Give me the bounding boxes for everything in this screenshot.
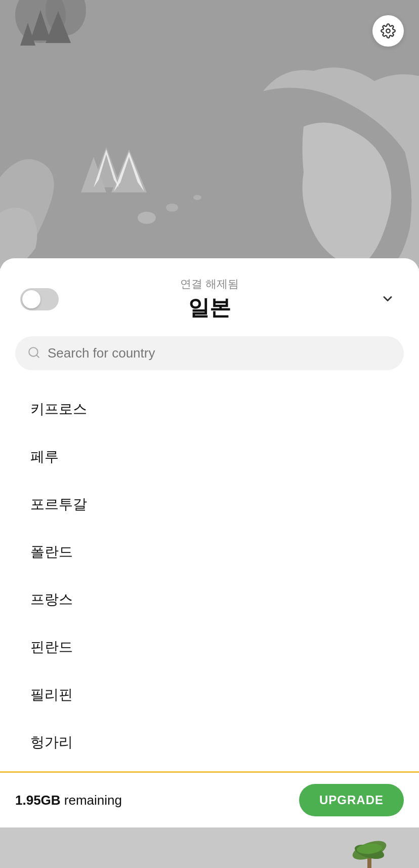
search-icon [27, 346, 40, 361]
search-wrapper[interactable] [15, 336, 404, 370]
vpn-toggle[interactable] [20, 288, 59, 310]
svg-point-13 [193, 195, 201, 200]
connection-country: 일본 [20, 294, 399, 322]
settings-button[interactable] [372, 15, 404, 47]
list-item[interactable]: 헝가리 [0, 719, 419, 766]
bottom-panel: 연결 해제됨 일본 키프로스페루포르투갈폴란드프랑스핀란드필리핀헝가리 1.9 [0, 258, 419, 827]
bottom-bar: 1.95GB remaining UPGRADE [0, 771, 419, 827]
data-remaining-label: 1.95GB remaining [15, 793, 122, 808]
list-item[interactable]: 필리핀 [0, 671, 419, 719]
upgrade-button[interactable]: UPGRADE [299, 784, 404, 816]
list-item[interactable]: 키프로스 [0, 385, 419, 433]
connection-status: 연결 해제됨 [20, 277, 399, 292]
connection-info: 연결 해제됨 일본 [20, 277, 399, 322]
connection-row: 연결 해제됨 일본 [0, 258, 419, 336]
list-item[interactable]: 핀란드 [0, 623, 419, 671]
list-item[interactable]: 프랑스 [0, 576, 419, 623]
search-container [0, 336, 419, 380]
svg-point-12 [166, 204, 178, 212]
list-item[interactable]: 포르투갈 [0, 481, 419, 528]
chevron-down-button[interactable] [376, 288, 399, 311]
data-label: remaining [61, 793, 122, 808]
list-item[interactable]: 폴란드 [0, 528, 419, 576]
map-area [0, 0, 419, 268]
footer-area [0, 827, 419, 868]
toggle-knob [22, 290, 40, 308]
list-item[interactable]: 페루 [0, 433, 419, 481]
svg-point-11 [138, 212, 156, 224]
search-input[interactable] [48, 345, 392, 361]
data-amount: 1.95GB [15, 793, 61, 808]
svg-point-14 [386, 29, 390, 33]
country-list: 키프로스페루포르투갈폴란드프랑스핀란드필리핀헝가리 [0, 380, 419, 771]
svg-line-16 [36, 355, 39, 358]
